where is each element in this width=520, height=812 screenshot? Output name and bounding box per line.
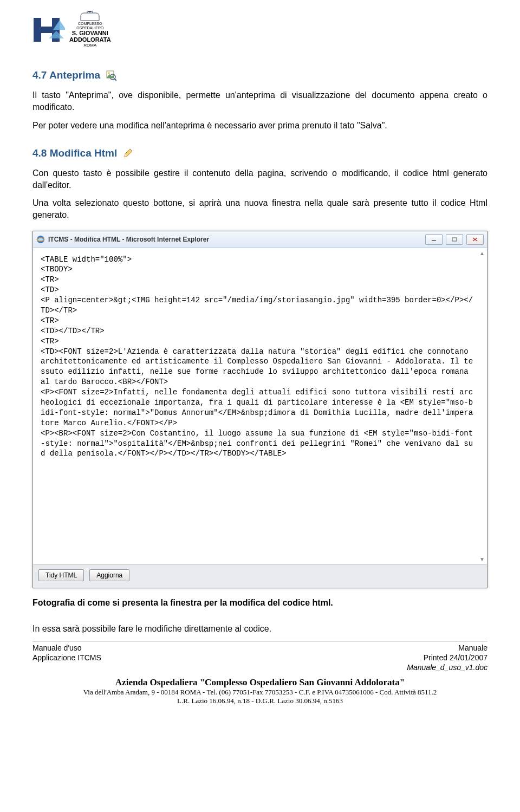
svg-line-8: [114, 79, 116, 81]
pencil-icon: [122, 148, 133, 159]
heading-4-7: 4.7 Anteprima: [32, 69, 487, 81]
ie-titlebar: ITCMS - Modifica HTML - Microsoft Intern…: [33, 231, 487, 248]
refresh-button[interactable]: Aggiorna: [89, 569, 129, 581]
ie-window-title: ITCMS - Modifica HTML - Microsoft Intern…: [48, 236, 425, 243]
window-controls: [425, 234, 484, 245]
close-button[interactable]: [466, 234, 484, 245]
footer-meta: Manuale d'uso Applicazione ITCMS Manuale…: [32, 641, 487, 673]
scroll-down-icon[interactable]: ▼: [478, 556, 486, 562]
ie-favicon-icon: [36, 235, 45, 244]
footer-org-name: Azienda Ospedaliera "Complesso Ospedalie…: [32, 677, 487, 688]
para-4-8-1: Con questo tasto è possibile gestire il …: [32, 167, 487, 191]
org-logo: COMPLESSO OSPEDALIERO S. GIOVANNI ADDOLO…: [32, 11, 487, 48]
scroll-up-icon[interactable]: ▲: [478, 250, 486, 256]
footer-org-law: L.R. Lazio 16.06.94, n.18 - D.G.R. Lazio…: [32, 697, 487, 705]
footer-left: Manuale d'uso Applicazione ITCMS: [32, 643, 101, 673]
para-4-7-2: Per poter vedere una modifica nell'antep…: [32, 120, 487, 132]
footer-left-1: Manuale d'uso: [32, 643, 101, 653]
closing-para: In essa sarà possibile fare le modifiche…: [32, 623, 487, 635]
svg-point-9: [108, 72, 110, 74]
minimize-button[interactable]: [425, 234, 443, 245]
para-4-7-1: Il tasto "Anteprima", ove disponibile, p…: [32, 89, 487, 113]
logo-mark-icon: [32, 15, 65, 44]
footer-right-1: Manuale: [407, 643, 487, 653]
footer-org-addr: Via dell'Amba Aradam, 9 - 00184 ROMA - T…: [32, 688, 487, 697]
ie-bottombar: Tidy HTML Aggiorna: [33, 564, 487, 588]
heading-4-8-text: 4.8 Modifica Html: [32, 147, 117, 159]
logo-text: COMPLESSO OSPEDALIERO S. GIOVANNI ADDOLO…: [69, 11, 111, 48]
html-source-textarea[interactable]: <TABLE width="100%"> <TBODY> <TR> <TD> <…: [33, 248, 487, 564]
svg-rect-17: [452, 238, 457, 241]
footer-right-2: Printed 24/01/2007: [407, 653, 487, 662]
heading-4-8: 4.8 Modifica Html: [32, 147, 487, 159]
footer-right-3: Manuale_d_uso_v1.doc: [407, 662, 487, 672]
heading-4-7-text: 4.7 Anteprima: [32, 69, 100, 81]
tidy-html-button[interactable]: Tidy HTML: [38, 569, 84, 581]
ie-window: ITCMS - Modifica HTML - Microsoft Intern…: [32, 231, 487, 588]
footer-org: Azienda Ospedaliera "Complesso Ospedalie…: [32, 677, 487, 705]
para-4-8-2: Una volta selezionato questo bottone, si…: [32, 197, 487, 220]
svg-rect-5: [88, 11, 92, 12]
scrollbar[interactable]: ▲ ▼: [478, 250, 486, 562]
preview-icon: [106, 70, 116, 81]
figure-caption: Fotografia di come si presenta la finest…: [32, 598, 487, 608]
footer-left-2: Applicazione ITCMS: [32, 653, 101, 662]
footer-right: Manuale Printed 24/01/2007 Manuale_d_uso…: [407, 643, 487, 673]
maximize-button[interactable]: [446, 234, 463, 245]
